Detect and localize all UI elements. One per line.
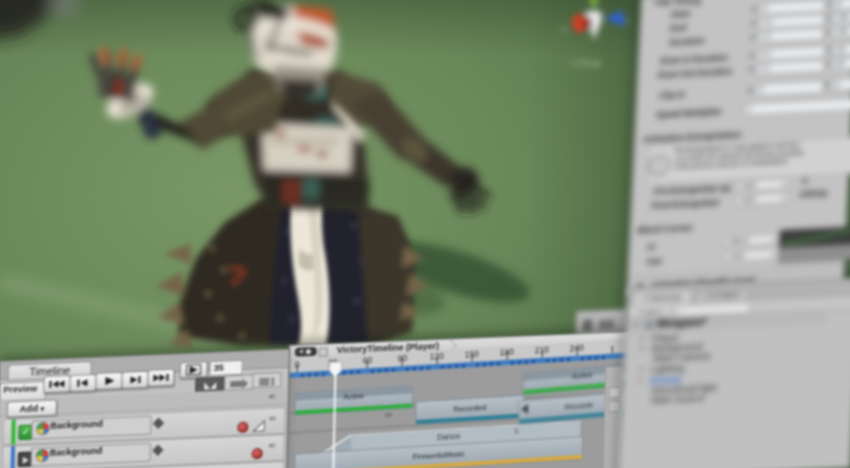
svg-text:< Persp: < Persp xyxy=(570,58,601,68)
svg-text:x: x xyxy=(562,26,566,33)
svg-text:Dance: Dance xyxy=(437,431,461,441)
svg-text:z: z xyxy=(627,17,631,24)
